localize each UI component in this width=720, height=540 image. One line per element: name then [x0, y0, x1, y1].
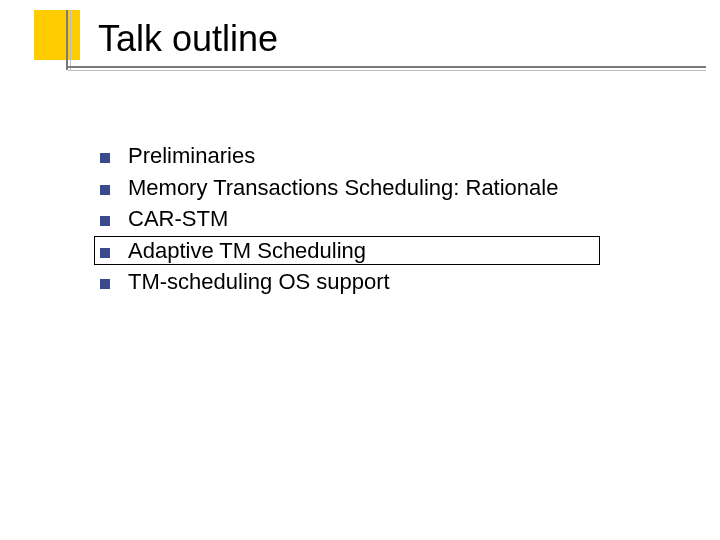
slide-title: Talk outline	[98, 18, 278, 60]
bullet-text: CAR-STM	[128, 205, 228, 233]
bullet-text: TM-scheduling OS support	[128, 268, 390, 296]
accent-block	[34, 10, 80, 60]
bullet-text: Memory Transactions Scheduling: Rational…	[128, 174, 558, 202]
bullet-text: Adaptive TM Scheduling	[128, 237, 366, 265]
horizontal-rule-dark	[68, 66, 706, 68]
bullet-list: Preliminaries Memory Transactions Schedu…	[100, 142, 660, 300]
vertical-rule	[66, 10, 68, 70]
vertical-rule-light	[70, 10, 71, 70]
list-item: Preliminaries	[100, 142, 660, 170]
square-bullet-icon	[100, 248, 110, 258]
square-bullet-icon	[100, 279, 110, 289]
horizontal-rule-light	[68, 70, 706, 71]
list-item: TM-scheduling OS support	[100, 268, 660, 296]
square-bullet-icon	[100, 216, 110, 226]
bullet-text: Preliminaries	[128, 142, 255, 170]
slide: Talk outline Preliminaries Memory Transa…	[0, 0, 720, 540]
square-bullet-icon	[100, 153, 110, 163]
list-item: CAR-STM	[100, 205, 660, 233]
square-bullet-icon	[100, 185, 110, 195]
list-item: Adaptive TM Scheduling	[100, 237, 660, 265]
list-item: Memory Transactions Scheduling: Rational…	[100, 174, 660, 202]
